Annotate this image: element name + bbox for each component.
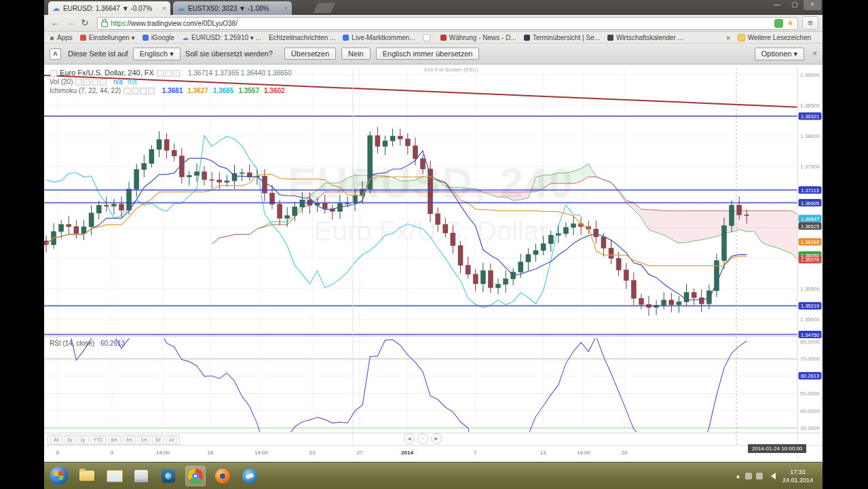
- taskbar-app-gray-icon[interactable]: [131, 466, 151, 486]
- extension-icon[interactable]: [774, 19, 783, 28]
- start-button[interactable]: [50, 467, 68, 485]
- ichimoku-value: 1.3665: [213, 87, 234, 94]
- time-tick-label: 9: [111, 450, 114, 456]
- browser-tab-eurusd[interactable]: ☁ EURUSD: 1.36647 ▼ -0.07% ×: [48, 1, 170, 15]
- ichimoku-legend-row: Ichimoku (7, 22, 44, 22) 1.36811.36271.3…: [50, 87, 285, 94]
- range-button-1y[interactable]: 1y: [77, 436, 88, 443]
- price-chart-canvas[interactable]: 1.390001.385001.380001.375001.355001.350…: [44, 65, 823, 462]
- time-tick-label: 2014: [401, 450, 413, 456]
- taskbar-swirl-app-icon[interactable]: [240, 466, 260, 486]
- system-tray: ▲ 17:33 24.01.2014: [733, 468, 820, 484]
- translate-button[interactable]: Übersetzen: [284, 48, 336, 60]
- chart-watermark: EURUSD, 240 Euro Fx/U.S. Dollar: [71, 158, 791, 247]
- legend-button-icon[interactable]: [132, 88, 138, 94]
- legend-button-icon[interactable]: [148, 88, 155, 94]
- range-button-5d[interactable]: 5d: [152, 436, 164, 443]
- range-button-3y[interactable]: 3y: [64, 436, 75, 443]
- volume-label: Vol (20): [50, 78, 73, 86]
- ohlc-values: 1.36714 1.37365 1.36440 1.36650: [188, 69, 292, 77]
- bookmark-item[interactable]: Einstellungen ▾: [80, 34, 135, 41]
- reload-button[interactable]: ↻: [78, 17, 92, 29]
- price-badge-label: 1.37113: [801, 187, 819, 194]
- price-badge-label: 1.34750: [801, 332, 819, 338]
- tray-expand-icon[interactable]: ▲: [735, 473, 741, 479]
- bookmark-item[interactable]: iGoogle: [143, 34, 174, 41]
- legend-button-icon[interactable]: [140, 88, 147, 94]
- minimize-button[interactable]: —: [768, 0, 786, 10]
- browser-tab-eustx50[interactable]: ☁ EUSTX50: 3023 ▼ -1.08% ×: [173, 1, 292, 15]
- infobar-close-icon[interactable]: ×: [812, 49, 817, 58]
- rsi-legend-row: RSI (14, close) 60.2613: [50, 340, 125, 347]
- bookmark-star-icon[interactable]: ★: [787, 18, 794, 28]
- legend-button-icon[interactable]: [124, 88, 130, 94]
- bookmark-item[interactable]: Terminübersicht | Se...: [524, 34, 600, 41]
- tray-app-icon[interactable]: [745, 473, 752, 479]
- legend-button-icon[interactable]: [75, 79, 82, 86]
- range-button-1m[interactable]: 1m: [137, 436, 151, 443]
- range-button-6m[interactable]: 6m: [108, 436, 121, 443]
- options-dropdown[interactable]: Optionen ▾: [755, 48, 804, 60]
- zoom-out-button[interactable]: −: [417, 433, 428, 444]
- legend-toggle-icon[interactable]: [50, 70, 57, 77]
- time-tick-label: 13: [540, 450, 546, 456]
- legend-button-icon[interactable]: [100, 79, 107, 86]
- ichimoku-label: Ichimoku (7, 22, 44, 22): [50, 87, 121, 94]
- taskbar-firefox-icon[interactable]: [212, 466, 233, 486]
- range-button-all[interactable]: All: [50, 436, 62, 443]
- bookmarks-overflow-icon[interactable]: »: [726, 34, 730, 41]
- taskbar-explorer-icon[interactable]: [104, 466, 124, 486]
- chart-nav-buttons: ◀−▶: [402, 433, 443, 444]
- volume-legend-row: Vol (20) n/a n/a: [50, 78, 137, 86]
- range-button-ytd[interactable]: YTD: [90, 436, 107, 443]
- always-translate-button[interactable]: Englisch immer übersetzen: [376, 48, 480, 60]
- legend-button-icon[interactable]: [83, 79, 90, 86]
- chart-legend-row: Euro Fx/U.S. Dollar, 240, FX 1.36714 1.3…: [50, 69, 292, 77]
- price-tick-label: 1.35500: [800, 286, 820, 292]
- tray-app-icon[interactable]: [756, 473, 763, 479]
- watermark-name: Euro Fx/U.S. Dollar: [71, 216, 791, 247]
- windows-taskbar: ▲ 17:33 24.01.2014: [44, 462, 823, 489]
- price-badge-label: 1.36525: [801, 223, 819, 230]
- taskbar-chrome-icon[interactable]: [185, 466, 206, 486]
- maximize-button[interactable]: ▢: [786, 0, 804, 10]
- range-button-1d[interactable]: 1d: [166, 436, 178, 443]
- legend-button-icon[interactable]: [165, 70, 172, 77]
- volume-icon[interactable]: [768, 473, 776, 479]
- legend-button-icon[interactable]: [92, 79, 98, 86]
- bookmark-item[interactable]: ☁EURUSD: 1.25910 ▾ ...: [182, 34, 261, 41]
- ichimoku-value: 1.3627: [187, 87, 208, 94]
- language-dropdown[interactable]: Englisch ▾: [133, 48, 181, 60]
- browser-toolbar: ← → ↻ https://www.tradingview.com/e/0DLy…: [44, 15, 823, 32]
- bookmark-item[interactable]: Wirtschaftskalender ...: [607, 34, 683, 41]
- bookmark-item[interactable]: [423, 34, 433, 41]
- bookmark-item[interactable]: Währung - News - D...: [440, 34, 516, 41]
- scroll-left-button[interactable]: ◀: [404, 433, 415, 444]
- taskbar-folder-icon[interactable]: [77, 466, 97, 486]
- range-button-3m[interactable]: 3m: [122, 436, 136, 443]
- forward-button[interactable]: →: [63, 17, 77, 29]
- bookmark-item[interactable]: Live-Marktkommen...: [343, 34, 415, 41]
- bookmark-item[interactable]: Apps: [48, 34, 73, 41]
- legend-button-icon[interactable]: [157, 70, 164, 77]
- taskbar-clock[interactable]: 17:33 24.01.2014: [782, 468, 813, 484]
- tab-close-icon[interactable]: ×: [162, 5, 166, 12]
- ichimoku-value: 1.3681: [162, 87, 183, 94]
- exit-fullscreen-hint: Exit Full Screen (ESC): [363, 67, 540, 73]
- taskbar-app-blue-icon[interactable]: [158, 466, 178, 486]
- chrome-menu-icon[interactable]: ≡: [802, 16, 818, 30]
- bookmark-favicon-icon: [343, 35, 349, 41]
- close-window-button[interactable]: ×: [804, 0, 821, 10]
- legend-button-icon[interactable]: [173, 70, 180, 77]
- bookmark-item[interactable]: Weitere Lesezeichen: [738, 34, 811, 41]
- back-button[interactable]: ←: [48, 17, 62, 29]
- new-tab-button[interactable]: [314, 3, 336, 13]
- bookmark-item[interactable]: Echtzeitnachrichten ...: [269, 34, 335, 41]
- time-tick-label: 14:00: [254, 450, 269, 456]
- volume-value-1: n/a: [113, 78, 123, 86]
- tradingview-favicon-icon: ☁: [177, 5, 185, 12]
- address-bar[interactable]: https://www.tradingview.com/e/0DLyuO38/ …: [97, 17, 798, 30]
- tab-close-icon[interactable]: ×: [284, 5, 288, 12]
- time-tick-label: 16: [208, 450, 214, 456]
- no-button[interactable]: Nein: [341, 48, 371, 60]
- scroll-right-button[interactable]: ▶: [431, 433, 442, 444]
